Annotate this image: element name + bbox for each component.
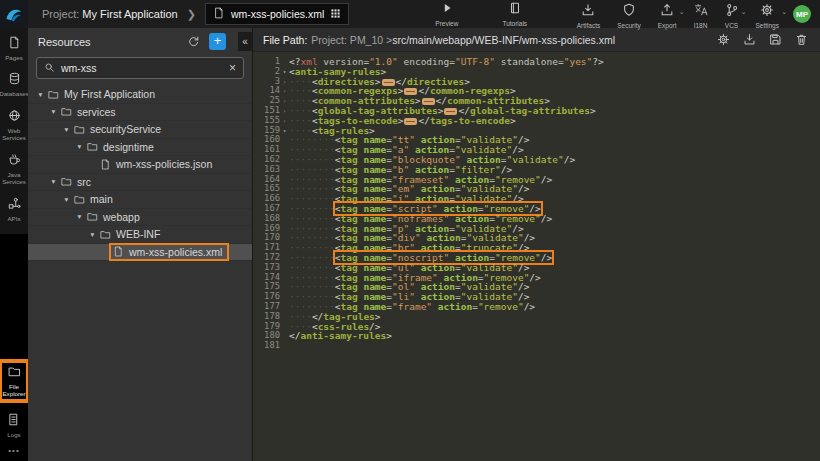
tree-item-services[interactable]: ▾services xyxy=(28,104,252,122)
fold-widget-icon[interactable] xyxy=(444,108,457,115)
more-menu-icon[interactable]: ••• xyxy=(0,442,28,461)
gutter-fold-caret-icon[interactable]: › xyxy=(280,86,289,96)
gutter-spacer xyxy=(280,243,289,253)
code-token: </ xyxy=(289,330,300,341)
topbar-center-actions: PreviewTutorials xyxy=(435,1,527,27)
tree-item-wm-xss-policies.json[interactable]: wm-xss-policies.json xyxy=(28,156,252,174)
topbar-security-button[interactable]: Security xyxy=(617,3,640,29)
gear-icon xyxy=(760,3,774,21)
tree-caret-icon[interactable]: ▾ xyxy=(87,230,98,239)
tree-caret-icon[interactable]: ▾ xyxy=(48,177,59,186)
code-token: tags-to-encode xyxy=(430,115,510,126)
coffee-icon xyxy=(8,152,21,170)
avatar[interactable]: MP xyxy=(793,5,811,23)
file-icon xyxy=(100,159,111,170)
code-token: "yes" xyxy=(564,56,593,67)
tree-caret-icon[interactable]: ▾ xyxy=(74,142,85,151)
api-icon xyxy=(8,196,21,214)
refresh-icon[interactable] xyxy=(187,35,200,48)
gutter-fold-caret-icon[interactable]: ▾ xyxy=(280,67,289,77)
topbar-vcs-button[interactable]: ⌄VCS xyxy=(725,3,739,29)
gutter-spacer xyxy=(280,273,289,283)
editor-delete-button[interactable] xyxy=(795,33,808,46)
rail-item-apis[interactable]: APIs xyxy=(0,196,28,222)
rail-item-file-explorer[interactable]: File Explorer xyxy=(0,361,28,401)
code-token: "frame" xyxy=(392,301,432,312)
clear-search-icon[interactable]: × xyxy=(229,62,236,74)
tree-item-my-first-application[interactable]: ▾My First Application xyxy=(28,86,252,104)
gutter-fold-caret-icon[interactable]: ▾ xyxy=(280,126,289,136)
tree-item-label: securityService xyxy=(90,123,161,135)
topbar-item-label: Tutorials xyxy=(502,20,527,27)
code-line-content[interactable]: </anti-samy-rules> xyxy=(289,331,392,341)
rail-item-label: Web Services xyxy=(0,127,28,142)
gutter-spacer xyxy=(280,165,289,175)
search-input[interactable] xyxy=(61,62,223,74)
fold-widget-icon[interactable] xyxy=(422,98,435,105)
folder-icon xyxy=(61,106,72,117)
line-number[interactable]: 181 xyxy=(253,341,280,351)
tree-item-main[interactable]: ▾main xyxy=(28,191,252,209)
chevron-down-icon: ⌄ xyxy=(781,8,787,16)
code-editor[interactable]: 1<?xml version="1.0" encoding="UTF-8" st… xyxy=(253,52,820,461)
gutter-spacer xyxy=(280,322,289,332)
tree-item-web-inf[interactable]: ▾WEB-INF xyxy=(28,226,252,244)
code-token: action xyxy=(438,301,472,312)
grid-icon[interactable] xyxy=(330,5,341,23)
gutter-spacer xyxy=(280,184,289,194)
file-tree: ▾My First Application▾services▾securityS… xyxy=(28,86,252,461)
tree-item-src[interactable]: ▾src xyxy=(28,174,252,192)
file-path: src/main/webapp/WEB-INF/wm-xss-policies.… xyxy=(392,34,615,46)
code-token: /> xyxy=(564,154,575,165)
code-token: "remove" xyxy=(478,301,524,312)
editor-save-button[interactable] xyxy=(769,33,782,46)
tree-file: wm-xss-policies.xml xyxy=(111,245,227,259)
chevron-down-icon: ⌄ xyxy=(741,8,747,16)
tree-item-label: wm-xss-policies.xml xyxy=(129,246,222,258)
globe-icon xyxy=(8,108,21,126)
topbar-export-button[interactable]: ⌄Export xyxy=(658,3,677,29)
rail-item-label: Logs xyxy=(7,431,20,438)
tree-caret-icon[interactable]: ▾ xyxy=(61,195,72,204)
tree-caret-icon[interactable]: ▾ xyxy=(35,90,46,99)
topbar-preview-button[interactable]: Preview xyxy=(435,1,458,27)
gutter-fold-caret-icon[interactable]: › xyxy=(280,96,289,106)
tree-item-securityservice[interactable]: ▾securityService xyxy=(28,121,252,139)
tree-caret-icon[interactable]: ▾ xyxy=(48,107,59,116)
folder-icon xyxy=(87,141,98,152)
tree-caret-icon[interactable]: ▾ xyxy=(61,125,72,134)
gutter-fold-caret-icon[interactable]: › xyxy=(280,106,289,116)
rail-item-label: Databases xyxy=(0,90,29,97)
open-file-tab[interactable]: wm-xss-policies.xml xyxy=(205,3,349,25)
editor-download-button[interactable] xyxy=(743,33,756,46)
rail-item-java-services[interactable]: Java Services xyxy=(0,152,28,186)
project-name[interactable]: My First Application xyxy=(82,8,177,20)
tree-item-designtime[interactable]: ▾designtime xyxy=(28,139,252,157)
topbar-artifacts-button[interactable]: Artifacts xyxy=(577,3,600,29)
rail-item-label: APIs xyxy=(7,215,20,222)
gutter-spacer xyxy=(280,331,289,341)
fold-widget-icon[interactable] xyxy=(382,79,395,86)
tree-caret-icon[interactable]: ▾ xyxy=(74,212,85,221)
rail-item-logs[interactable]: Logs xyxy=(7,412,20,438)
topbar-settings-button[interactable]: ⌄Settings xyxy=(756,3,780,29)
rail-item-databases[interactable]: Databases xyxy=(0,71,28,97)
fold-widget-icon[interactable] xyxy=(404,118,417,125)
collapse-panel-button[interactable]: « xyxy=(238,32,252,51)
gutter-fold-caret-icon[interactable]: › xyxy=(280,116,289,126)
gutter-spacer xyxy=(280,135,289,145)
gutter-spacer xyxy=(280,155,289,165)
tree-file: wm-xss-policies.json xyxy=(98,157,217,171)
code-token: encoding xyxy=(403,56,449,67)
tree-item-webapp[interactable]: ▾webapp xyxy=(28,209,252,227)
add-resource-button[interactable]: + xyxy=(209,33,226,50)
top-bar: Project: My First Application ❯ wm-xss-p… xyxy=(0,0,820,28)
fold-widget-icon[interactable] xyxy=(404,88,417,95)
tree-item-wm-xss-policies.xml[interactable]: wm-xss-policies.xml xyxy=(28,244,252,262)
topbar-tutorials-button[interactable]: Tutorials xyxy=(502,1,527,27)
gutter-fold-caret-icon[interactable]: › xyxy=(280,77,289,87)
rail-item-web-services[interactable]: Web Services xyxy=(0,108,28,142)
topbar-i18n-button[interactable]: I18N xyxy=(694,3,708,29)
rail-item-pages[interactable]: Pages xyxy=(0,35,28,61)
editor-settings-button[interactable] xyxy=(717,33,730,46)
